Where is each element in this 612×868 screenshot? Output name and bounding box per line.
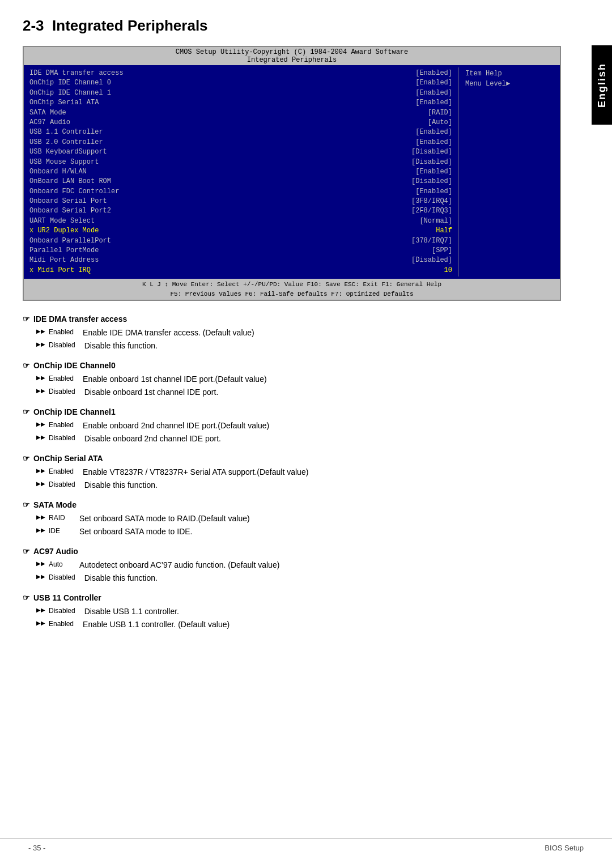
bios-row-label: OnBoard LAN Boot ROM — [29, 177, 111, 186]
bios-row-label: Onboard ParallelPort — [29, 236, 111, 246]
bios-row: x Midi Port IRQ10 — [28, 266, 453, 275]
option-item: RAIDSet onboard SATA mode to RAID.(Defau… — [36, 513, 561, 525]
bios-screen: CMOS Setup Utility-Copyright (C) 1984-20… — [23, 46, 561, 301]
bios-row-label: x Midi Port IRQ — [29, 266, 91, 275]
bios-row: OnChip IDE Channel 1[Enabled] — [28, 88, 453, 98]
option-bullet: Disabled — [36, 433, 75, 445]
option-item: EnabledEnable onboard 1st channel IDE po… — [36, 373, 561, 385]
bios-body: IDE DMA transfer access[Enabled]OnChip I… — [24, 65, 560, 279]
bios-row-label: AC97 Audio — [29, 118, 70, 127]
option-desc: Disable this function. — [84, 340, 561, 352]
bios-row-value: [3F8/IRQ4] — [411, 197, 452, 206]
option-desc: Enable VT8237R / VT8237R+ Serial ATA sup… — [83, 466, 561, 478]
section-ide-dma: IDE DMA transfer accessEnabledEnable IDE… — [23, 314, 561, 352]
bios-row-label: UART Mode Select — [29, 216, 95, 226]
bios-row: USB 2.0 Controller[Enabled] — [28, 138, 453, 147]
option-bullet: Disabled — [36, 340, 75, 352]
section-onchip-serial-ata: OnChip Serial ATAEnabledEnable VT8237R /… — [23, 454, 561, 491]
bios-row-value: [Enabled] — [415, 127, 452, 137]
bios-row-value: [Disabled] — [411, 158, 452, 167]
bios-row-value: [Disabled] — [411, 147, 452, 157]
option-desc: Enable USB 1.1 controller. (Default valu… — [83, 619, 561, 631]
bios-row-value: [Enabled] — [415, 187, 452, 197]
english-tab: English — [592, 45, 612, 125]
option-list-sata-mode: RAIDSet onboard SATA mode to RAID.(Defau… — [36, 513, 561, 538]
bios-row-label: x UR2 Duplex Mode — [29, 226, 99, 236]
option-item: EnabledEnable USB 1.1 controller. (Defau… — [36, 619, 561, 631]
bios-left-panel: IDE DMA transfer access[Enabled]OnChip I… — [24, 67, 458, 276]
option-bullet: Disabled — [36, 606, 75, 618]
option-item: DisabledDisable this function. — [36, 340, 561, 352]
section-title-ide-dma: IDE DMA transfer access — [23, 314, 561, 324]
footer-page-number: - 35 - — [28, 844, 45, 852]
bios-row: OnChip Serial ATA[Enabled] — [28, 98, 453, 108]
bios-row-label: USB Mouse Support — [29, 158, 99, 167]
bios-row-label: Onboard FDC Controller — [29, 187, 119, 197]
option-desc: Set onboard SATA mode to RAID.(Default v… — [79, 513, 561, 525]
sections-container: IDE DMA transfer accessEnabledEnable IDE… — [23, 314, 561, 631]
bios-row: Onboard Serial Port2[2F8/IRQ3] — [28, 206, 453, 216]
bios-row-label: USB 1.1 Controller — [29, 127, 103, 137]
option-item: IDESet onboard SATA mode to IDE. — [36, 526, 561, 538]
option-list-onchip-serial-ata: EnabledEnable VT8237R / VT8237R+ Serial … — [36, 466, 561, 491]
option-bullet: Enabled — [36, 327, 74, 339]
bios-row-value: [Auto] — [428, 118, 452, 127]
option-list-usb11-controller: DisabledDisable USB 1.1 controller.Enabl… — [36, 606, 561, 631]
bios-row-label: Parallel PortMode — [29, 246, 99, 256]
option-desc: Set onboard SATA mode to IDE. — [79, 526, 561, 538]
bios-row-value: [SPP] — [432, 246, 452, 256]
bios-row: Onboard FDC Controller[Enabled] — [28, 187, 453, 197]
bios-row-value: [378/IRQ7] — [411, 236, 452, 246]
bios-row: x UR2 Duplex ModeHalf — [28, 226, 453, 236]
bios-row: SATA Mode[RAID] — [28, 108, 453, 118]
option-item: EnabledEnable onboard 2nd channel IDE po… — [36, 420, 561, 432]
bios-row: USB Mouse Support[Disabled] — [28, 158, 453, 167]
item-help-label: Item Help — [463, 69, 555, 79]
option-list-ide-dma: EnabledEnable IDE DMA transfer access. (… — [36, 327, 561, 352]
bios-row-value: [Enabled] — [415, 88, 452, 98]
option-desc: Enable onboard 2nd channel IDE port.(Def… — [83, 420, 561, 432]
section-title-usb11-controller: USB 11 Controller — [23, 593, 561, 602]
bios-row-label: USB KeyboardSupport — [29, 147, 107, 157]
section-title-onchip-ide-ch1: OnChip IDE Channel1 — [23, 407, 561, 416]
option-desc: Enable IDE DMA transfer access. (Default… — [83, 327, 561, 339]
option-item: DisabledDisable this function. — [36, 572, 561, 584]
option-desc: Disable this function. — [84, 572, 561, 584]
section-title-onchip-ide-ch0: OnChip IDE Channel0 — [23, 361, 561, 370]
bios-row-label: OnChip Serial ATA — [29, 98, 99, 108]
option-item: EnabledEnable VT8237R / VT8237R+ Serial … — [36, 466, 561, 478]
bios-row: USB 1.1 Controller[Enabled] — [28, 127, 453, 137]
bios-row-value: [Enabled] — [415, 98, 452, 108]
bios-header: CMOS Setup Utility-Copyright (C) 1984-20… — [24, 47, 560, 65]
bios-row: OnBoard LAN Boot ROM[Disabled] — [28, 177, 453, 186]
bios-row: Onboard H/WLAN[Enabled] — [28, 167, 453, 177]
bios-row-value: 10 — [444, 266, 452, 275]
option-desc: Disable this function. — [84, 479, 561, 491]
option-item: DisabledDisable USB 1.1 controller. — [36, 606, 561, 618]
section-onchip-ide-ch0: OnChip IDE Channel0EnabledEnable onboard… — [23, 361, 561, 398]
option-item: DisabledDisable this function. — [36, 479, 561, 491]
section-title-onchip-serial-ata: OnChip Serial ATA — [23, 454, 561, 463]
option-list-ac97-audio: AutoAutodetect onboard AC’97 audio funct… — [36, 559, 561, 584]
option-item: AutoAutodetect onboard AC’97 audio funct… — [36, 559, 561, 571]
section-sata-mode: SATA ModeRAIDSet onboard SATA mode to RA… — [23, 500, 561, 538]
bios-row: IDE DMA transfer access[Enabled] — [28, 69, 453, 78]
bios-row-value: [Enabled] — [415, 167, 452, 177]
bios-row-label: Onboard Serial Port — [29, 197, 107, 206]
option-bullet: Auto — [36, 559, 70, 571]
option-bullet: Enabled — [36, 466, 74, 478]
option-bullet: IDE — [36, 526, 70, 538]
bios-row-value: Half — [436, 226, 452, 236]
section-usb11-controller: USB 11 ControllerDisabledDisable USB 1.1… — [23, 593, 561, 631]
bios-row: Parallel PortMode[SPP] — [28, 246, 453, 256]
bios-row-label: IDE DMA transfer access — [29, 69, 124, 78]
option-bullet: Enabled — [36, 420, 74, 432]
option-bullet: RAID — [36, 513, 70, 525]
bios-row: Onboard ParallelPort[378/IRQ7] — [28, 236, 453, 246]
bios-row-value: [Enabled] — [415, 69, 452, 78]
section-title-ac97-audio: AC97 Audio — [23, 547, 561, 556]
bios-row-label: SATA Mode — [29, 108, 66, 118]
option-desc: Disable USB 1.1 controller. — [84, 606, 561, 618]
option-item: DisabledDisable onboard 2nd channel IDE … — [36, 433, 561, 445]
option-desc: Enable onboard 1st channel IDE port.(Def… — [83, 373, 561, 385]
